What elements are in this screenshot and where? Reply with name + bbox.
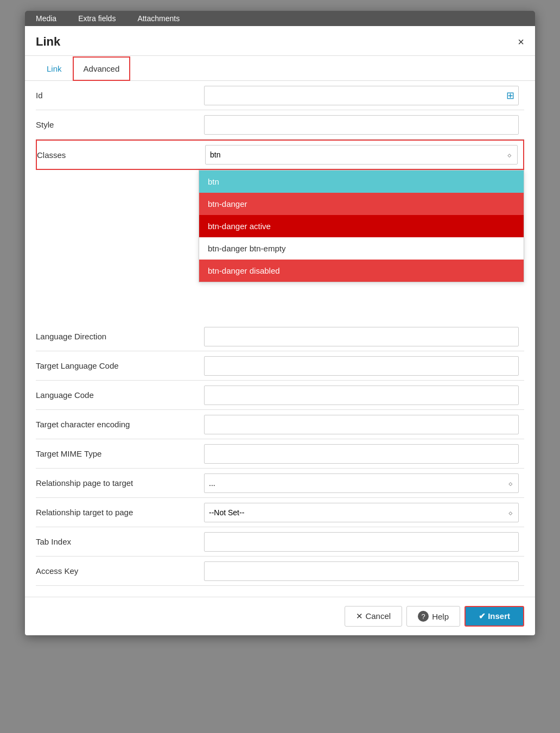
dropdown-item-btn[interactable]: btn — [199, 170, 524, 193]
classes-row: Classes btn btn-danger btn-danger active… — [36, 140, 524, 170]
id-row: Id ⊞ — [36, 81, 524, 110]
language-direction-control — [199, 322, 524, 351]
close-button[interactable]: × — [518, 36, 524, 54]
dialog-title: Link — [36, 35, 60, 55]
target-language-code-label: Target Language Code — [36, 351, 199, 380]
language-direction-input[interactable] — [204, 327, 519, 346]
access-key-control — [199, 557, 524, 585]
dialog-body: Id ⊞ Style Classes btn — [25, 81, 535, 597]
help-button[interactable]: ? Help — [406, 606, 460, 627]
language-code-label: Language Code — [36, 381, 199, 409]
dialog-header: Link × — [25, 26, 535, 56]
target-mime-type-control — [199, 439, 524, 468]
tab-index-row: Tab Index — [36, 527, 524, 557]
top-bar-extra-fields[interactable]: Extra fields — [78, 14, 116, 23]
top-bar-attachments[interactable]: Attachments — [137, 14, 180, 23]
rel-page-to-target-wrapper: ... — [204, 473, 519, 493]
dialog-footer: ✕ Cancel ? Help ✔ Insert — [25, 597, 535, 635]
id-label: Id — [36, 81, 199, 110]
language-code-control — [199, 381, 524, 409]
dropdown-item-btn-danger[interactable]: btn-danger — [199, 193, 524, 215]
target-language-code-control — [199, 351, 524, 380]
target-mime-type-row: Target MIME Type — [36, 439, 524, 469]
insert-button[interactable]: ✔ Insert — [464, 606, 524, 627]
target-char-encoding-control — [199, 410, 524, 439]
language-code-row: Language Code — [36, 381, 524, 410]
rel-page-to-target-label: Relationship page to target — [36, 469, 199, 497]
top-bar-media[interactable]: Media — [36, 14, 56, 23]
rel-page-to-target-select[interactable]: ... — [204, 473, 519, 493]
language-code-input[interactable] — [204, 386, 519, 405]
form-rows-container: Id ⊞ Style Classes btn — [36, 81, 524, 586]
tab-index-input[interactable] — [204, 532, 519, 552]
classes-dropdown: btn btn-danger btn-danger active btn-dan… — [199, 170, 524, 282]
id-control: ⊞ — [199, 81, 524, 110]
classes-select[interactable]: btn btn-danger btn-danger active btn-dan… — [205, 145, 518, 165]
style-label: Style — [36, 110, 199, 139]
target-language-code-row: Target Language Code — [36, 351, 524, 381]
classes-label: Classes — [37, 141, 200, 169]
rel-target-to-page-label: Relationship target to page — [36, 498, 199, 527]
classes-select-wrapper: btn btn-danger btn-danger active btn-dan… — [205, 145, 518, 165]
tab-link[interactable]: Link — [36, 56, 73, 81]
tab-index-label: Tab Index — [36, 527, 199, 556]
access-key-label: Access Key — [36, 557, 199, 585]
rel-target-to-page-wrapper: --Not Set-- — [204, 503, 519, 522]
style-row: Style — [36, 110, 524, 140]
language-direction-row: Language Direction — [36, 322, 524, 351]
rel-target-to-page-control: --Not Set-- — [199, 498, 524, 527]
language-direction-label: Language Direction — [36, 322, 199, 351]
rel-target-to-page-select[interactable]: --Not Set-- — [204, 503, 519, 522]
id-input[interactable] — [204, 86, 519, 105]
help-label: Help — [432, 612, 449, 621]
rel-page-to-target-control: ... — [199, 469, 524, 497]
rel-page-to-target-row: Relationship page to target ... — [36, 469, 524, 498]
link-dialog: Media Extra fields Attachments Link × Li… — [25, 11, 535, 635]
help-icon: ? — [418, 611, 429, 622]
tab-bar: Link Advanced — [25, 56, 535, 81]
access-key-input[interactable] — [204, 561, 519, 581]
style-control — [199, 110, 524, 139]
classes-control: btn btn-danger btn-danger active btn-dan… — [200, 141, 523, 169]
target-language-code-input[interactable] — [204, 356, 519, 376]
target-char-encoding-row: Target character encoding — [36, 410, 524, 439]
dropdown-item-btn-danger-empty[interactable]: btn-danger btn-empty — [199, 237, 524, 260]
style-input[interactable] — [204, 115, 519, 135]
tab-index-control — [199, 527, 524, 556]
access-key-row: Access Key — [36, 557, 524, 586]
target-char-encoding-label: Target character encoding — [36, 410, 199, 439]
dropdown-item-btn-danger-active[interactable]: btn-danger active — [199, 215, 524, 237]
dropdown-item-btn-danger-disabled[interactable]: btn-danger disabled — [199, 260, 524, 282]
target-mime-type-label: Target MIME Type — [36, 439, 199, 468]
target-char-encoding-input[interactable] — [204, 415, 519, 434]
target-mime-type-input[interactable] — [204, 444, 519, 464]
top-bar: Media Extra fields Attachments — [25, 11, 535, 26]
rel-target-to-page-row: Relationship target to page --Not Set-- — [36, 498, 524, 527]
tab-advanced[interactable]: Advanced — [73, 56, 131, 81]
cancel-button[interactable]: ✕ Cancel — [345, 606, 402, 627]
